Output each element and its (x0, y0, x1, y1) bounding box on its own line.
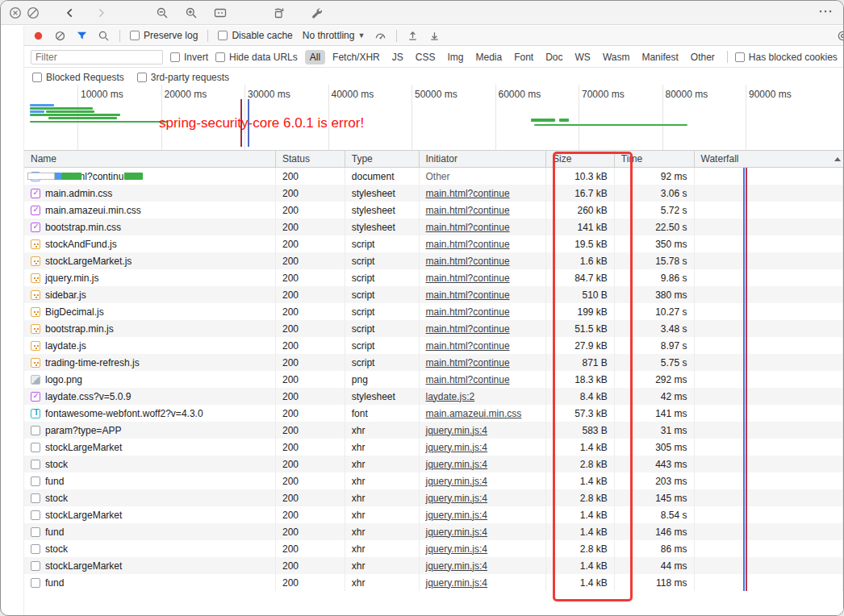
timeline-overview[interactable]: 10000 ms20000 ms30000 ms40000 ms50000 ms… (24, 85, 843, 150)
initiator-link[interactable]: jquery.min.js:4 (426, 425, 487, 436)
has-blocked-cookies-checkbox[interactable]: Has blocked cookies (735, 52, 838, 63)
table-row[interactable]: fund 200 xhr jquery.min.js:4 1.4 kB 203 … (24, 472, 843, 489)
filter-type-img[interactable]: Img (442, 50, 468, 65)
initiator-link[interactable]: jquery.min.js:4 (426, 493, 487, 504)
forward-icon[interactable] (94, 6, 107, 19)
table-row[interactable]: jquery.min.js 200 script main.html?conti… (24, 269, 843, 286)
table-row[interactable]: stockLargeMarket 200 xhr jquery.min.js:4… (24, 439, 843, 456)
initiator-link[interactable]: jquery.min.js:4 (426, 543, 487, 555)
table-row[interactable]: stockLargeMarket 200 xhr jquery.min.js:4… (24, 557, 843, 574)
table-row[interactable]: laydate.css?v=5.0.9 200 stylesheet layda… (24, 388, 843, 405)
table-row[interactable]: main.html?continue 200 document Other 10… (24, 168, 843, 185)
zoom-out-icon[interactable] (156, 6, 169, 19)
column-header-size[interactable]: Size (546, 151, 615, 167)
column-header-time[interactable]: Time (615, 151, 695, 167)
table-row[interactable]: stock 200 xhr jquery.min.js:4 2.8 kB 145… (24, 489, 843, 506)
throttling-dropdown[interactable]: No throttling ▼ (303, 30, 366, 41)
import-har-icon[interactable] (407, 30, 419, 42)
initiator-link[interactable]: main.html?continue (426, 256, 510, 267)
initiator-link[interactable]: main.html?continue (426, 188, 510, 199)
disable-cache-checkbox[interactable]: Disable cache (218, 30, 292, 41)
filter-type-css[interactable]: CSS (411, 50, 441, 65)
table-row[interactable]: stockLargeMarket 200 xhr jquery.min.js:4… (24, 506, 843, 523)
initiator-link[interactable]: jquery.min.js:4 (426, 442, 487, 453)
initiator-link[interactable]: jquery.min.js:4 (426, 459, 487, 470)
table-row[interactable]: fund 200 xhr jquery.min.js:4 1.4 kB 118 … (24, 574, 843, 591)
type-cell: xhr (345, 540, 420, 557)
filter-type-ws[interactable]: WS (570, 50, 595, 65)
filter-type-manifest[interactable]: Manifest (637, 50, 683, 65)
rotate-icon[interactable] (272, 6, 285, 19)
initiator-link[interactable]: main.html?continue (426, 374, 510, 385)
preserve-log-checkbox[interactable]: Preserve log (130, 30, 198, 41)
filter-type-doc[interactable]: Doc (541, 50, 567, 65)
table-row[interactable]: BigDecimal.js 200 script main.html?conti… (24, 303, 843, 320)
search-icon[interactable] (98, 30, 110, 42)
initiator-link[interactable]: main.html?continue (426, 273, 510, 284)
initiator-link[interactable]: main.amazeui.min.css (426, 408, 522, 419)
table-row[interactable]: stock 200 xhr jquery.min.js:4 2.8 kB 443… (24, 456, 843, 472)
initiator-link[interactable]: jquery.min.js:4 (426, 510, 487, 521)
initiator-link[interactable]: main.html?continue (426, 357, 510, 368)
filter-type-font[interactable]: Font (509, 50, 538, 65)
column-header-status[interactable]: Status (276, 151, 345, 167)
column-header-waterfall[interactable]: Waterfall (695, 151, 843, 167)
column-header-type[interactable]: Type (345, 151, 420, 167)
filter-type-other[interactable]: Other (686, 50, 720, 65)
table-row[interactable]: main.admin.css 200 stylesheet main.html?… (24, 185, 843, 202)
filter-type-js[interactable]: JS (387, 50, 408, 65)
table-row[interactable]: main.amazeui.min.css 200 stylesheet main… (24, 202, 843, 219)
clear-icon[interactable] (54, 30, 66, 42)
initiator-link[interactable]: main.html?continue (426, 323, 510, 335)
size-cell: 16.7 kB (546, 185, 615, 202)
table-row[interactable]: stockAndFund.js 200 script main.html?con… (24, 235, 843, 252)
block-icon[interactable] (27, 6, 40, 19)
record-icon[interactable] (32, 30, 44, 42)
table-row[interactable]: trading-time-refresh.js 200 script main.… (24, 354, 843, 371)
column-header-initiator[interactable]: Initiator (420, 151, 547, 167)
gear-icon[interactable] (837, 30, 843, 42)
table-row[interactable]: fund 200 xhr jquery.min.js:4 1.4 kB 146 … (24, 523, 843, 540)
column-header-name[interactable]: Name (24, 151, 276, 167)
initiator-link[interactable]: laydate.js:2 (426, 391, 475, 402)
initiator-link[interactable]: main.html?continue (426, 289, 510, 301)
filter-type-media[interactable]: Media (470, 50, 507, 65)
filter-type-fetch-xhr[interactable]: Fetch/XHR (328, 50, 385, 65)
table-row[interactable]: stock 200 xhr jquery.min.js:4 2.8 kB 86 … (24, 540, 843, 557)
back-icon[interactable] (64, 6, 77, 19)
initiator-link[interactable]: jquery.min.js:4 (426, 476, 487, 487)
timeline-event-line (248, 99, 249, 147)
close-icon[interactable] (9, 6, 22, 19)
wrench-icon[interactable] (310, 6, 323, 19)
initiator-link[interactable]: jquery.min.js:4 (426, 577, 487, 589)
filter-input[interactable] (31, 50, 163, 65)
table-row[interactable]: fontawesome-webfont.woff2?v=4.3.0 200 fo… (24, 405, 843, 422)
network-conditions-icon[interactable] (374, 30, 386, 42)
invert-checkbox[interactable]: Invert (170, 52, 208, 63)
table-row[interactable]: logo.png 200 png main.html?continue 18.3… (24, 371, 843, 388)
table-row[interactable]: stockLargeMarket.js 200 script main.html… (24, 252, 843, 269)
initiator-link[interactable]: jquery.min.js:4 (426, 560, 487, 572)
initiator-link[interactable]: main.html?continue (426, 205, 510, 216)
table-row[interactable]: bootstrap.min.js 200 script main.html?co… (24, 320, 843, 337)
initiator-link[interactable]: main.html?continue (426, 222, 510, 233)
table-row[interactable]: bootstrap.min.css 200 stylesheet main.ht… (24, 219, 843, 235)
blocked-requests-checkbox[interactable]: Blocked Requests (32, 72, 124, 83)
zoom-in-icon[interactable] (185, 6, 198, 19)
hide-data-urls-checkbox[interactable]: Hide data URLs (215, 52, 298, 63)
filter-icon[interactable] (76, 30, 88, 42)
more-menu-icon[interactable]: ⋯ (818, 2, 834, 20)
initiator-link[interactable]: main.html?continue (426, 239, 510, 250)
table-row[interactable]: sidebar.js 200 script main.html?continue… (24, 286, 843, 303)
export-har-icon[interactable] (428, 30, 441, 42)
initiator-link[interactable]: jquery.min.js:4 (426, 527, 487, 538)
initiator-link[interactable]: main.html?continue (426, 306, 510, 318)
aspect-ratio-icon[interactable] (214, 6, 227, 19)
third-party-requests-checkbox[interactable]: 3rd-party requests (137, 72, 229, 83)
size-cell: 8.4 kB (546, 388, 615, 405)
table-row[interactable]: laydate.js 200 script main.html?continue… (24, 337, 843, 354)
filter-type-all[interactable]: All (305, 50, 325, 65)
initiator-link[interactable]: main.html?continue (426, 340, 510, 352)
table-row[interactable]: param?type=APP 200 xhr jquery.min.js:4 5… (24, 422, 843, 439)
filter-type-wasm[interactable]: Wasm (598, 50, 635, 65)
